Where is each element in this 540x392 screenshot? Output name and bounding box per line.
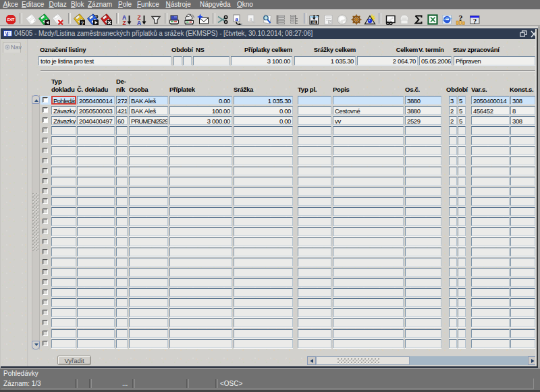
svg-text:AB: AB bbox=[312, 20, 316, 24]
svg-text:a: a bbox=[235, 15, 238, 22]
svg-text:EXIT: EXIT bbox=[7, 18, 14, 22]
svg-text:?: ? bbox=[459, 13, 463, 23]
svg-text:?: ? bbox=[473, 17, 477, 25]
